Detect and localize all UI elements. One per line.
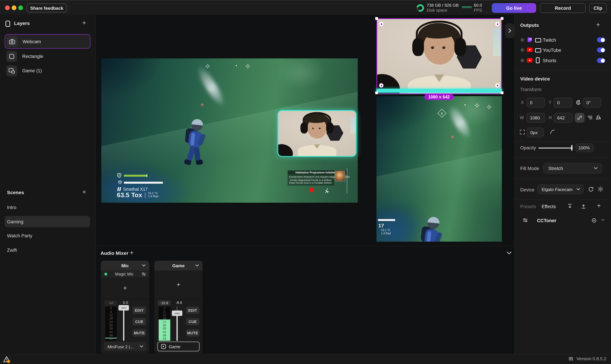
mute-button[interactable]: MUTE xyxy=(186,329,200,337)
go-live-button[interactable]: Go live xyxy=(492,3,536,13)
hud-divider xyxy=(145,193,145,198)
scene-item-zwift[interactable]: Zwift xyxy=(5,246,90,254)
effect-name-cctoner[interactable]: CCToner xyxy=(537,218,556,223)
opacity-slider[interactable] xyxy=(539,147,572,149)
opacity-input[interactable] xyxy=(576,143,594,152)
layer-item-webcam[interactable]: Webcam xyxy=(5,34,90,49)
rotate-icon[interactable] xyxy=(576,100,581,105)
game-source-button[interactable]: Game xyxy=(157,342,200,351)
gear-icon[interactable] xyxy=(597,186,603,192)
selection-dimensions-badge: 1080 x 642 xyxy=(424,94,454,100)
add-effect-button[interactable]: + xyxy=(597,203,601,209)
tab-presets[interactable]: Presets xyxy=(520,204,536,209)
scene-item-intro[interactable]: Intro xyxy=(5,203,90,212)
share-feedback-button[interactable]: Share feedback xyxy=(27,3,67,12)
add-mixer-channel-button[interactable]: + xyxy=(130,250,134,256)
selection-rotate-handle[interactable] xyxy=(379,83,383,88)
flip-horizontal-icon[interactable] xyxy=(596,114,602,120)
fader-handle[interactable] xyxy=(118,305,129,311)
tab-effects[interactable]: Effects xyxy=(542,204,556,209)
mute-button[interactable]: MUTE xyxy=(132,329,146,337)
x-input[interactable] xyxy=(527,98,545,107)
export-preset-icon[interactable] xyxy=(581,204,586,209)
fader-track[interactable] xyxy=(123,307,124,341)
video-device-title: Video device xyxy=(520,76,550,82)
suit-name-row: Smethal X17 xyxy=(117,187,148,191)
window-close-button[interactable] xyxy=(5,5,10,10)
add-output-button[interactable]: + xyxy=(596,22,600,28)
selection-rotate-handle[interactable] xyxy=(379,22,383,26)
chevron-down-icon xyxy=(594,167,598,170)
remove-effect-button[interactable]: − xyxy=(601,216,605,223)
source-settings-sliders-icon[interactable] xyxy=(141,272,146,276)
output-status-dot xyxy=(521,48,524,52)
collapse-mixer-chevron-icon[interactable] xyxy=(507,251,512,254)
height-input[interactable] xyxy=(554,113,572,123)
width-input[interactable] xyxy=(527,113,545,123)
mixer-source-magic-mic[interactable]: Magic Mic xyxy=(101,270,149,277)
fader-value: 0.0 xyxy=(119,300,132,305)
opacity-slider-knob[interactable] xyxy=(571,145,572,151)
fader-value: -8.6 xyxy=(173,300,185,305)
level-meter: 061218243036424854 xyxy=(159,307,170,341)
corner-radius-input[interactable] xyxy=(527,128,544,137)
panel-divider xyxy=(514,157,611,157)
add-layer-button[interactable]: + xyxy=(82,20,86,26)
window-zoom-button[interactable] xyxy=(18,5,23,10)
output-toggle-twitch[interactable] xyxy=(597,38,605,42)
y-label: Y xyxy=(549,100,552,104)
collapse-right-panel-button[interactable] xyxy=(505,23,514,38)
disk-usage-value: 738 GB / 926 GB xyxy=(427,3,459,8)
webcam-overlay-main[interactable] xyxy=(278,110,357,157)
add-source-zone[interactable]: + xyxy=(101,277,149,299)
import-preset-icon[interactable] xyxy=(567,204,572,209)
cue-button[interactable]: CUE xyxy=(186,318,200,325)
mixer-channel-type-select[interactable]: Mic xyxy=(101,260,149,270)
selection-handle-bottom-left[interactable] xyxy=(375,91,378,94)
device-select[interactable]: Elgato Facecam xyxy=(537,184,584,194)
output-toggle-shorts[interactable] xyxy=(597,58,605,63)
selection-handle-bottom-right[interactable] xyxy=(500,91,503,94)
window-minimize-button[interactable] xyxy=(12,5,16,10)
mixer-channel-type-select[interactable]: Game xyxy=(154,260,203,270)
link-dimensions-button[interactable] xyxy=(575,113,584,123)
add-source-zone[interactable]: + xyxy=(154,270,203,299)
fill-mode-select[interactable]: Stretch xyxy=(543,163,602,173)
edit-button[interactable]: EDIT xyxy=(186,307,200,314)
edit-button[interactable]: EDIT xyxy=(132,307,146,314)
mic-device-select[interactable]: MiniFuse 2 (... xyxy=(104,342,147,351)
chevron-down-icon xyxy=(139,345,143,348)
layer-item-rectangle[interactable]: Rectangle xyxy=(5,49,90,64)
selection-rotate-handle[interactable] xyxy=(495,22,500,26)
headphone-earcup xyxy=(300,123,308,133)
align-edge-icon[interactable] xyxy=(587,115,593,120)
game-layer-vertical[interactable]: S 17 xyxy=(376,96,502,242)
health-bar xyxy=(124,182,163,183)
webcam-layer-vertical[interactable] xyxy=(376,18,502,94)
output-toggle-youtube[interactable] xyxy=(597,48,605,53)
rotation-input[interactable] xyxy=(583,98,601,107)
landscape-format-icon xyxy=(535,38,541,42)
source-active-dot xyxy=(104,273,107,275)
fill-mode-label: Fill Mode xyxy=(520,166,539,171)
selection-bottom-highlight[interactable] xyxy=(376,89,502,93)
scene-item-gaming[interactable]: Gaming xyxy=(5,216,90,227)
refresh-icon[interactable] xyxy=(588,186,594,192)
corner-arc-icon[interactable] xyxy=(550,130,555,134)
vertical-preview-canvas[interactable]: S 17 xyxy=(376,18,502,242)
selection-rotate-handle[interactable] xyxy=(495,83,500,88)
scene-item-watch-party[interactable]: Watch Party xyxy=(5,232,90,240)
record-button[interactable]: Record xyxy=(540,3,586,13)
cue-button[interactable]: CUE xyxy=(132,318,146,325)
layers-title: Layers xyxy=(14,21,30,26)
clip-button[interactable]: Clip xyxy=(589,3,607,13)
selection-handle-top-left[interactable] xyxy=(375,17,378,20)
selection-handle-top-right[interactable] xyxy=(500,17,503,20)
plus-icon: + xyxy=(177,281,181,289)
add-scene-button[interactable]: + xyxy=(82,189,86,195)
fader-handle[interactable] xyxy=(172,311,182,316)
y-input[interactable] xyxy=(554,98,572,107)
effect-visibility-icon[interactable] xyxy=(592,218,597,223)
layer-item-game[interactable]: Game (1) xyxy=(5,64,90,78)
output-status-dot xyxy=(521,59,524,62)
